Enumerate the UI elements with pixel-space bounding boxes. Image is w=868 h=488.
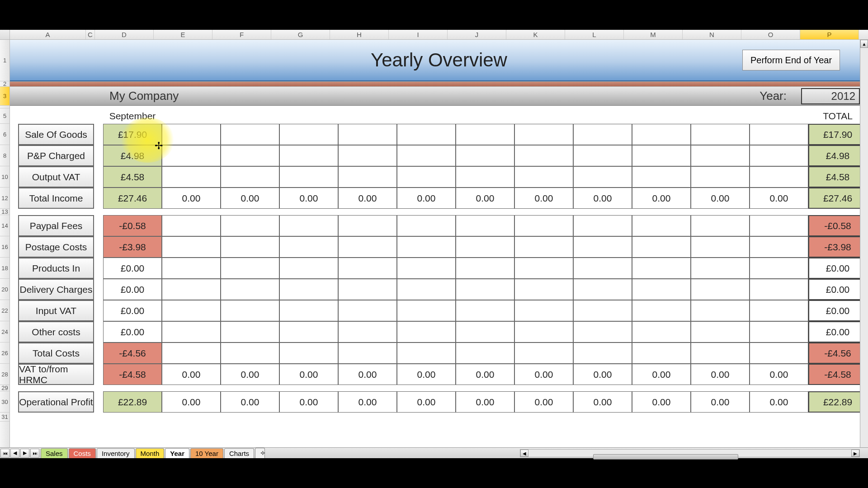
data-cell[interactable] xyxy=(514,300,573,321)
tab-charts[interactable]: Charts xyxy=(224,448,254,458)
data-cell[interactable] xyxy=(338,279,397,300)
data-cell[interactable] xyxy=(573,124,632,145)
total-cell[interactable]: £22.89 xyxy=(808,391,867,413)
total-cell[interactable]: £27.46 xyxy=(808,188,867,209)
data-cell[interactable]: -£0.58 xyxy=(103,215,162,236)
data-cell[interactable] xyxy=(397,124,456,145)
data-cell[interactable] xyxy=(514,321,573,343)
data-cell[interactable] xyxy=(397,236,456,258)
col-I[interactable]: I xyxy=(389,30,448,39)
data-cell[interactable]: 0.00 xyxy=(632,364,691,385)
data-cell[interactable] xyxy=(338,236,397,258)
data-cell[interactable] xyxy=(397,321,456,343)
data-cell[interactable] xyxy=(750,215,808,236)
row-2[interactable]: 2 xyxy=(0,81,9,87)
data-cell[interactable] xyxy=(162,166,221,188)
data-cell[interactable] xyxy=(397,279,456,300)
data-cell[interactable]: 0.00 xyxy=(632,391,691,413)
data-cell[interactable] xyxy=(632,215,691,236)
data-cell[interactable] xyxy=(750,343,808,364)
row-12[interactable]: 12 xyxy=(0,188,9,209)
tab-nav-prev-icon[interactable]: ◀ xyxy=(10,449,19,458)
data-cell[interactable]: 0.00 xyxy=(456,391,514,413)
row-1[interactable]: 1 xyxy=(0,40,9,81)
data-cell[interactable]: 0.00 xyxy=(691,188,750,209)
row-29[interactable]: 29 xyxy=(0,385,9,391)
data-cell[interactable]: £0.00 xyxy=(103,258,162,279)
data-cell[interactable]: -£4.58 xyxy=(103,364,162,385)
col-O[interactable]: O xyxy=(741,30,800,39)
data-cell[interactable] xyxy=(456,124,514,145)
select-all-corner[interactable] xyxy=(0,30,10,39)
data-cell[interactable] xyxy=(456,343,514,364)
data-cell[interactable] xyxy=(750,166,808,188)
data-cell[interactable] xyxy=(162,258,221,279)
data-cell[interactable] xyxy=(632,124,691,145)
data-cell[interactable] xyxy=(573,321,632,343)
tab-month[interactable]: Month xyxy=(136,448,165,458)
data-cell[interactable] xyxy=(456,145,514,166)
data-cell[interactable] xyxy=(750,279,808,300)
data-cell[interactable] xyxy=(397,166,456,188)
data-cell[interactable]: 0.00 xyxy=(514,364,573,385)
data-cell[interactable] xyxy=(279,166,338,188)
data-cell[interactable] xyxy=(573,215,632,236)
col-A[interactable]: A xyxy=(10,30,86,39)
row-14[interactable]: 14 xyxy=(0,215,9,236)
data-cell[interactable] xyxy=(397,300,456,321)
data-cell[interactable] xyxy=(221,236,279,258)
total-cell[interactable]: £0.00 xyxy=(808,321,867,343)
data-cell[interactable] xyxy=(632,300,691,321)
row-3[interactable]: 3 xyxy=(0,87,9,106)
col-D[interactable]: D xyxy=(95,30,154,39)
data-cell[interactable] xyxy=(632,279,691,300)
data-cell[interactable] xyxy=(221,166,279,188)
data-cell[interactable] xyxy=(162,124,221,145)
data-cell[interactable] xyxy=(573,300,632,321)
data-cell[interactable]: 0.00 xyxy=(221,364,279,385)
tab-costs[interactable]: Costs xyxy=(69,448,96,458)
data-cell[interactable]: 0.00 xyxy=(397,364,456,385)
data-cell[interactable] xyxy=(279,343,338,364)
data-cell[interactable] xyxy=(338,166,397,188)
data-cell[interactable] xyxy=(632,258,691,279)
data-cell[interactable] xyxy=(162,145,221,166)
data-cell[interactable] xyxy=(514,343,573,364)
data-cell[interactable] xyxy=(221,300,279,321)
data-cell[interactable] xyxy=(691,343,750,364)
data-cell[interactable]: 0.00 xyxy=(514,391,573,413)
row-28[interactable]: 28 xyxy=(0,364,9,385)
data-cell[interactable] xyxy=(162,343,221,364)
data-cell[interactable] xyxy=(162,279,221,300)
data-cell[interactable]: 0.00 xyxy=(632,188,691,209)
data-cell[interactable] xyxy=(162,215,221,236)
grid-area[interactable]: Yearly Overview Perform End of Year My C… xyxy=(10,40,868,447)
data-cell[interactable] xyxy=(456,166,514,188)
data-cell[interactable] xyxy=(456,279,514,300)
row-30[interactable]: 30 xyxy=(0,391,9,413)
data-cell[interactable]: 0.00 xyxy=(221,391,279,413)
data-cell[interactable] xyxy=(691,236,750,258)
data-cell[interactable] xyxy=(573,258,632,279)
data-cell[interactable] xyxy=(750,258,808,279)
data-cell[interactable]: 0.00 xyxy=(221,188,279,209)
row-18[interactable]: 18 xyxy=(0,258,9,279)
data-cell[interactable] xyxy=(514,145,573,166)
data-cell[interactable] xyxy=(221,145,279,166)
year-value-cell[interactable]: 2012 xyxy=(801,88,860,104)
data-cell[interactable] xyxy=(691,145,750,166)
tab-nav-next-icon[interactable]: ▶ xyxy=(20,449,29,458)
data-cell[interactable] xyxy=(632,343,691,364)
tab-add-icon[interactable]: ✧ xyxy=(255,448,265,458)
col-H[interactable]: H xyxy=(330,30,389,39)
data-cell[interactable]: 0.00 xyxy=(750,391,808,413)
data-cell[interactable] xyxy=(397,145,456,166)
data-cell[interactable] xyxy=(691,321,750,343)
data-cell[interactable] xyxy=(397,258,456,279)
data-cell[interactable] xyxy=(338,321,397,343)
data-cell[interactable] xyxy=(221,124,279,145)
data-cell[interactable] xyxy=(338,124,397,145)
data-cell[interactable]: 0.00 xyxy=(573,188,632,209)
data-cell[interactable] xyxy=(750,236,808,258)
data-cell[interactable] xyxy=(221,215,279,236)
